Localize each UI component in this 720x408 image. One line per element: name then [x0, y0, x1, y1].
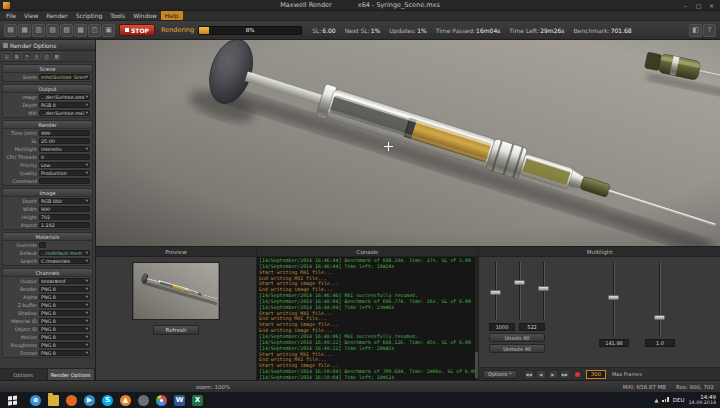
file-explorer-icon[interactable] [48, 395, 59, 406]
multilight-slider-emitter-1[interactable] [489, 262, 503, 320]
multilight-slider-intensity[interactable] [607, 262, 621, 336]
option-field[interactable]: PNG 8▾ [39, 350, 90, 356]
excel-icon[interactable]: X [192, 395, 203, 406]
option-field[interactable]: …ls/default.mxm▾ [39, 250, 90, 256]
media-player-icon[interactable]: ▶ [84, 395, 95, 406]
open-icon[interactable]: ▦ [18, 24, 31, 37]
resume-icon[interactable]: ▨ [60, 24, 73, 37]
multilight-slider-emitter-3[interactable] [537, 262, 551, 320]
load-options-icon[interactable]: ▦ [12, 52, 21, 60]
console-body[interactable]: [14/September/2014 16:46:44] Benchmark o… [257, 257, 478, 380]
menu-window[interactable]: Window [129, 11, 161, 20]
settings-icon[interactable]: ▩ [52, 52, 61, 60]
section-header[interactable]: Image [3, 189, 92, 197]
lock-icon[interactable]: ▧ [42, 52, 51, 60]
panel-title[interactable]: Render Options [0, 40, 95, 51]
titlebar[interactable]: Maxwell Render x64 - Syringe_Scene.mxs –… [0, 0, 720, 11]
multilight-value-1[interactable]: 522 [519, 323, 545, 331]
zoom-icon[interactable]: ◫ [88, 24, 101, 37]
camera-icon[interactable]: ▩ [74, 24, 87, 37]
menu-view[interactable]: View [20, 11, 42, 20]
new-icon[interactable]: ▤ [4, 24, 17, 37]
section-header[interactable]: Scene [3, 65, 92, 73]
menu-file[interactable]: File [2, 11, 20, 20]
menu-render[interactable]: Render [42, 11, 71, 20]
language-indicator[interactable]: DEU [673, 397, 685, 403]
word-icon[interactable]: W [174, 395, 185, 406]
unsolo-all-button[interactable]: Unsolo All [489, 333, 545, 342]
option-field[interactable]: Production▾ [39, 170, 90, 176]
render-viewport[interactable] [96, 40, 720, 246]
multilight-panel-title[interactable]: Multilight [479, 247, 720, 257]
console-scroll-thumb[interactable] [475, 352, 478, 378]
transport-1[interactable]: ◀ [536, 370, 546, 379]
internet-explorer-icon[interactable]: e [30, 395, 41, 406]
menu-help[interactable]: Help [161, 11, 183, 20]
option-field[interactable]: 999▾ [39, 130, 90, 136]
option-field[interactable]: PNG 8▾ [39, 326, 90, 332]
option-field[interactable]: 702▾ [39, 214, 90, 220]
section-header[interactable]: Channels [3, 269, 92, 277]
option-field[interactable]: C:/materials▾ [39, 258, 90, 264]
minimize-button[interactable]: – [679, 1, 692, 10]
option-field[interactable]: ▾ [39, 178, 90, 184]
render-image[interactable] [96, 40, 720, 246]
option-field[interactable]: …der/Syringe.mxi▾ [39, 110, 90, 116]
option-field[interactable]: RGB 8▾ [39, 102, 90, 108]
options-dropdown[interactable]: Options ▾ [483, 370, 517, 379]
pan-icon[interactable]: ▣ [102, 24, 115, 37]
tab-options[interactable]: Options [0, 369, 48, 380]
multilight-slider-emitter-2[interactable] [513, 262, 527, 320]
option-field[interactable]: Low▾ [39, 162, 90, 168]
option-field[interactable]: separated▾ [39, 278, 90, 284]
option-field[interactable]: 900▾ [39, 206, 90, 212]
preview-thumbnail[interactable] [132, 262, 220, 320]
tray-expand-icon[interactable]: ▲ [654, 397, 658, 403]
network-icon[interactable] [662, 397, 669, 402]
save-options-icon[interactable]: ▤ [2, 52, 11, 60]
slider-handle[interactable] [490, 290, 501, 295]
option-field[interactable]: PNG 8▾ [39, 334, 90, 340]
record-icon[interactable] [575, 372, 580, 377]
option-field[interactable]: 25.00▾ [39, 138, 90, 144]
transport-3[interactable]: ▶▶ [560, 370, 570, 379]
refresh-button[interactable]: Refresh [153, 325, 199, 335]
slider-handle[interactable] [538, 286, 549, 291]
start-button[interactable] [0, 392, 24, 408]
menu-tools[interactable]: Tools [106, 11, 129, 20]
transport-0[interactable]: ◀◀ [524, 370, 534, 379]
option-field[interactable]: 1.282▾ [39, 222, 90, 228]
unmute-all-button[interactable]: Unmute All [489, 344, 545, 353]
slider-handle[interactable] [514, 280, 525, 285]
console-scrollbar[interactable] [475, 257, 478, 380]
console-panel-title[interactable]: Console [257, 247, 478, 257]
option-field[interactable]: Intensity▾ [39, 146, 90, 152]
option-field[interactable]: ▾ [39, 242, 46, 248]
chrome-icon[interactable] [156, 395, 167, 406]
slider-handle[interactable] [654, 315, 665, 320]
multilight-slider-gain[interactable] [653, 262, 667, 336]
option-field[interactable]: PNG 8▾ [39, 342, 90, 348]
save-icon[interactable]: ▥ [32, 24, 45, 37]
reset-icon[interactable]: ◔ [22, 52, 31, 60]
multilight-value-r1[interactable]: 1.0 [645, 339, 675, 347]
firefox-icon[interactable] [66, 395, 77, 406]
copy-icon[interactable]: ▥ [32, 52, 41, 60]
section-header[interactable]: Render [3, 121, 92, 129]
export-icon[interactable]: ▧ [46, 24, 59, 37]
section-header[interactable]: Output [3, 85, 92, 93]
multilight-value-0[interactable]: 1000 [489, 323, 515, 331]
stop-button[interactable]: STOP [119, 24, 155, 36]
layout-icon[interactable]: ◧ [689, 24, 702, 37]
steam-icon[interactable] [138, 395, 149, 406]
menu-scripting[interactable]: Scripting [72, 11, 107, 20]
help-icon[interactable]: ? [703, 24, 716, 37]
preview-panel-title[interactable]: Preview [96, 247, 256, 257]
maximize-button[interactable]: ▢ [692, 1, 705, 10]
option-field[interactable]: PNG 8▾ [39, 318, 90, 324]
option-field[interactable]: PNG 8▾ [39, 310, 90, 316]
close-button[interactable]: × [705, 1, 718, 10]
option-field[interactable]: RGB 8bit▾ [39, 198, 90, 204]
option-field[interactable]: 0▾ [39, 154, 90, 160]
option-field[interactable]: PNG 8▾ [39, 302, 90, 308]
